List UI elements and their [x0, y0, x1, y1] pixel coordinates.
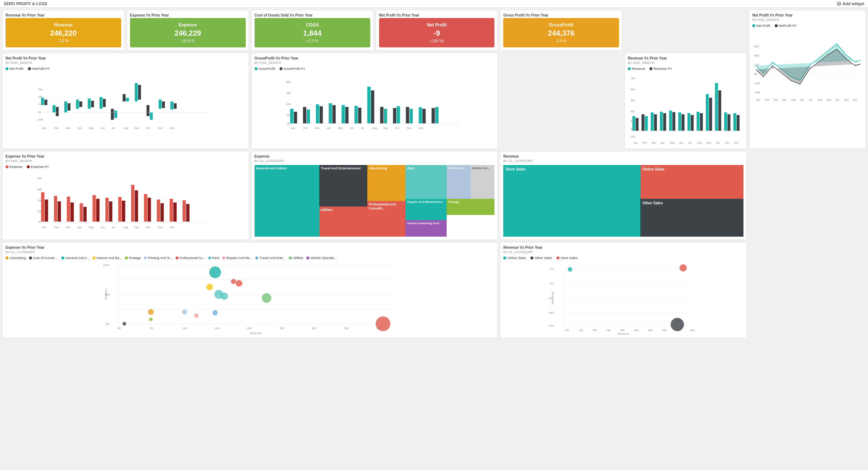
revenue-scatter-subtitle: BY GL_CATEGORY [503, 250, 743, 254]
widget-expense-scatter: Expense Vs Prior Year BY GL_CATEGORY Adv… [2, 242, 498, 338]
svg-text:Feb: Feb [54, 127, 59, 129]
revenue-scatter-chart: 5% 0% -5% -10% -15% 72K 74K 76K 78K 80K … [503, 261, 743, 335]
svg-text:Aug: Aug [698, 141, 702, 144]
svg-rect-38 [123, 94, 126, 101]
treemap-store-sales: Store Sales [503, 165, 640, 237]
svg-rect-131 [737, 115, 740, 131]
svg-text:35K: 35K [344, 327, 349, 330]
revenue-treemap-subtitle: BY GL_CATEGORY [503, 159, 743, 163]
revenue-scatter-legend: Online Sales Other Sales Store Sales [503, 256, 743, 260]
svg-rect-71 [319, 106, 323, 123]
svg-text:Oct: Oct [395, 127, 399, 129]
treemap-rent: Rent [406, 165, 446, 199]
kpi-grossprofit-change: -2.9 % [506, 39, 616, 43]
svg-rect-113 [654, 114, 657, 131]
svg-rect-44 [159, 100, 162, 109]
svg-text:Feb: Feb [54, 226, 59, 229]
svg-text:20K: 20K [286, 114, 291, 116]
svg-text:Apr: Apr [661, 141, 665, 144]
svg-text:76K: 76K [593, 329, 597, 331]
legend-postage: Postage [125, 256, 141, 260]
svg-text:-15%: -15% [548, 324, 554, 327]
svg-text:Feb: Feb [303, 127, 307, 129]
app-title: XERO PROFIT & LOSS [4, 1, 47, 6]
svg-rect-75 [345, 107, 348, 123]
svg-point-251 [568, 267, 572, 272]
legend-general: General And A... [61, 256, 90, 260]
legend-np-py: NetProfit PY [28, 67, 50, 71]
legend-gp-label: GrossProfit [259, 67, 275, 71]
svg-rect-117 [673, 112, 676, 131]
svg-text:Nov: Nov [158, 127, 163, 129]
legend-online-sales-dot [503, 256, 506, 259]
treemap-printing: Printing An... [447, 165, 471, 199]
svg-rect-25 [44, 100, 47, 105]
svg-text:Oct: Oct [146, 226, 150, 229]
svg-text:90K: 90K [690, 329, 695, 331]
svg-text:Apr: Apr [327, 127, 331, 130]
svg-rect-159 [83, 207, 87, 222]
svg-rect-26 [56, 107, 59, 116]
svg-text:Oct: Oct [835, 98, 839, 101]
legend-exp-dot [6, 165, 8, 168]
svg-rect-41 [138, 85, 141, 100]
svg-text:30K: 30K [631, 119, 635, 122]
svg-text:30K: 30K [312, 327, 317, 330]
legend-rev-py-label: Revenue PY [653, 67, 672, 71]
svg-point-218 [149, 317, 153, 321]
legend-advertising-dot [6, 256, 8, 259]
kpi-netprofit-change: (-100 %) [382, 39, 492, 43]
legend-gp-dot [255, 67, 257, 70]
svg-text:10K: 10K [631, 135, 635, 138]
svg-rect-161 [96, 199, 100, 222]
legend-np-py-label: NetProfit PY [32, 67, 50, 71]
svg-text:Sep: Sep [826, 98, 831, 101]
svg-rect-89 [435, 107, 438, 123]
kpi-cogs-label: COGS [257, 22, 367, 28]
svg-text:0K: 0K [754, 72, 758, 76]
kpi-netprofit-card: Net Profit -9 (-100 %) [379, 18, 495, 47]
svg-rect-84 [406, 107, 409, 123]
svg-text:20K: 20K [38, 103, 43, 105]
svg-rect-122 [697, 112, 700, 131]
svg-text:Sep: Sep [707, 141, 712, 144]
legend-exp-py: Expense PY [27, 165, 49, 169]
svg-rect-156 [67, 197, 70, 222]
legend-netprofit-py-label: NetProfit PY [779, 24, 797, 28]
grossprofit-bar-legend: GrossProfit GrossProfit PY [255, 67, 495, 71]
svg-rect-27 [53, 105, 55, 112]
svg-text:60K: 60K [38, 88, 43, 91]
svg-text:Dec: Dec [170, 127, 174, 129]
legend-store-sales: Store Sales [557, 256, 578, 260]
svg-rect-37 [114, 111, 117, 118]
svg-text:60K: 60K [631, 88, 635, 91]
svg-text:30K: 30K [37, 188, 42, 191]
svg-rect-33 [91, 101, 94, 107]
legend-advertising: Advertising [6, 256, 26, 260]
svg-rect-79 [371, 90, 374, 123]
add-widget-button[interactable]: Add widget [837, 1, 864, 6]
legend-cogs: Cost Of Goods ... [29, 256, 59, 260]
svg-rect-68 [303, 107, 306, 123]
svg-rect-39 [126, 98, 129, 101]
expense-scatter-subtitle: BY GL_CATEGORY [6, 250, 494, 254]
netprofit-bar-chart: 60K 40K 20K 0K -20K Jan Feb Mar Apr May … [6, 72, 246, 131]
revenue-bar-top-chart: 70K 60K 50K 40K 30K 20K 10K Jan Feb Mar … [628, 72, 743, 146]
svg-text:10K: 10K [37, 210, 42, 213]
legend-netprofit: Net Profit [752, 24, 770, 28]
widget-expense-bar: Expense Vs Prior Year BY FISC_MONTH Expe… [2, 151, 249, 240]
svg-rect-121 [691, 115, 694, 131]
svg-rect-165 [122, 201, 125, 222]
legend-netprofit-py: NetProfit PY [775, 24, 797, 28]
svg-text:0K: 0K [118, 327, 121, 330]
expense-scatter-legend: Advertising Cost Of Goods ... General An… [6, 256, 494, 260]
revenue-scatter-title: Revenue Vs Prior Year [503, 245, 743, 250]
svg-text:Jul: Jul [809, 98, 812, 101]
svg-text:60K: 60K [286, 92, 291, 94]
legend-printing-dot [144, 256, 147, 259]
svg-text:0K: 0K [287, 122, 290, 125]
kpi-cogs-change: +2.3 % [257, 39, 367, 43]
svg-text:Mar: Mar [66, 226, 71, 229]
legend-repairs: Repairs And Ma... [222, 256, 253, 260]
svg-text:Jun: Jun [679, 141, 683, 144]
